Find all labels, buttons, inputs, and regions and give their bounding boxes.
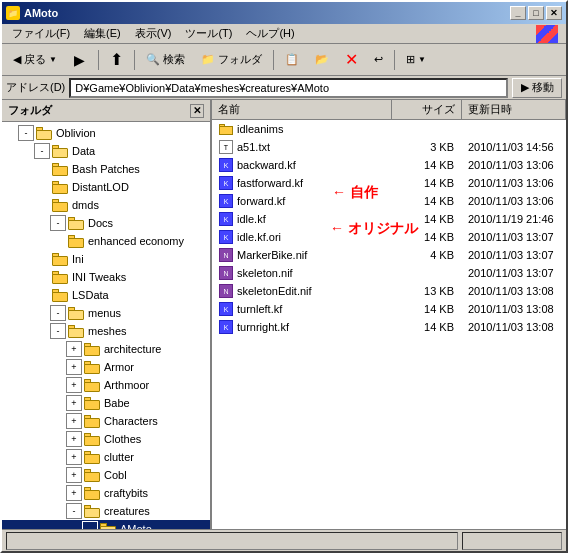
folders-label: フォルダ bbox=[218, 52, 262, 67]
move-to-button[interactable]: 📂 bbox=[308, 47, 336, 73]
col-header-name[interactable]: 名前 bbox=[212, 100, 392, 119]
tree-item-dmds[interactable]: dmds bbox=[2, 196, 210, 214]
toggle-clothes[interactable]: + bbox=[66, 431, 82, 447]
file-date-idlekfori: 2010/11/03 13:07 bbox=[462, 230, 566, 244]
tree-item-initweaks[interactable]: INI Tweaks bbox=[2, 268, 210, 286]
tree-item-ini[interactable]: Ini bbox=[2, 250, 210, 268]
toggle-amoto[interactable]: - bbox=[82, 521, 98, 529]
indent-2 bbox=[18, 305, 34, 321]
toggle-babe[interactable]: + bbox=[66, 395, 82, 411]
toggle-creatures[interactable]: - bbox=[66, 503, 82, 519]
toggle-cobl[interactable]: + bbox=[66, 467, 82, 483]
tree-item-enhancedeconomy[interactable]: enhanced economy bbox=[2, 232, 210, 250]
tree-item-bashpatches[interactable]: Bash Patches bbox=[2, 160, 210, 178]
file-date-fastforwardkf: 2010/11/03 13:06 bbox=[462, 176, 566, 190]
go-button[interactable]: ▶ 移動 bbox=[512, 78, 562, 98]
file-name-skeleton: N skeleton.nif bbox=[212, 265, 392, 281]
menu-edit[interactable]: 編集(E) bbox=[78, 24, 127, 43]
toggle-architecture[interactable]: + bbox=[66, 341, 82, 357]
file-size-idlekfori: 14 KB bbox=[392, 230, 462, 244]
menu-file[interactable]: ファイル(F) bbox=[6, 24, 76, 43]
file-row-idlekf[interactable]: K idle.kf 14 KB 2010/11/19 21:46 bbox=[212, 210, 566, 228]
toolbar: ◀ 戻る ▼ ▶ ⬆ 🔍 検索 📁 フォルダ 📋 📂 ✕ ↩ bbox=[2, 44, 566, 76]
tree-item-armor[interactable]: + Armor bbox=[2, 358, 210, 376]
tree-item-babe[interactable]: + Babe bbox=[2, 394, 210, 412]
indent-1 bbox=[2, 431, 18, 447]
maximize-button[interactable]: □ bbox=[528, 6, 544, 20]
address-input[interactable] bbox=[69, 78, 508, 98]
tree-item-characters[interactable]: + Characters bbox=[2, 412, 210, 430]
tree-item-craftybits[interactable]: + craftybits bbox=[2, 484, 210, 502]
tree-item-creatures[interactable]: - creatures bbox=[2, 502, 210, 520]
tree-item-data[interactable]: - Data bbox=[2, 142, 210, 160]
minimize-button[interactable]: _ bbox=[510, 6, 526, 20]
up-button[interactable]: ⬆ bbox=[103, 47, 130, 73]
tree-item-architecture[interactable]: + architecture bbox=[2, 340, 210, 358]
menu-tools[interactable]: ツール(T) bbox=[179, 24, 238, 43]
file-row-markerbike[interactable]: N MarkerBike.nif 4 KB 2010/11/03 13:07 bbox=[212, 246, 566, 264]
address-label: アドレス(D) bbox=[6, 80, 65, 95]
toggle-docs[interactable]: - bbox=[50, 215, 66, 231]
file-row-turnrightkf[interactable]: K turnright.kf 14 KB 2010/11/03 13:08 bbox=[212, 318, 566, 336]
tree-item-lsdata[interactable]: LSData bbox=[2, 286, 210, 304]
toggle-meshes[interactable]: - bbox=[50, 323, 66, 339]
views-dropdown-icon: ▼ bbox=[418, 55, 426, 64]
close-button[interactable]: ✕ bbox=[546, 6, 562, 20]
toggle-clutter[interactable]: + bbox=[66, 449, 82, 465]
folders-button[interactable]: 📁 フォルダ bbox=[194, 47, 269, 73]
views-button[interactable]: ⊞ ▼ bbox=[399, 47, 433, 73]
back-button[interactable]: ◀ 戻る ▼ bbox=[6, 47, 64, 73]
indent-2 bbox=[18, 197, 34, 213]
file-row-turnleftkf[interactable]: K turnleft.kf 14 KB 2010/11/03 13:08 bbox=[212, 300, 566, 318]
file-size-idlekf: 14 KB bbox=[392, 212, 462, 226]
tree-label-enhancedeconomy: enhanced economy bbox=[86, 235, 184, 247]
col-header-size[interactable]: サイズ bbox=[392, 100, 462, 119]
tree-item-clutter[interactable]: + clutter bbox=[2, 448, 210, 466]
tree-item-distantlod[interactable]: DistantLOD bbox=[2, 178, 210, 196]
file-row-skeletonedit[interactable]: N skeletonEdit.nif 13 KB 2010/11/03 13:0… bbox=[212, 282, 566, 300]
menu-view[interactable]: 表示(V) bbox=[129, 24, 178, 43]
toggle-craftybits[interactable]: + bbox=[66, 485, 82, 501]
forward-button[interactable]: ▶ bbox=[66, 47, 94, 73]
indent-4 bbox=[50, 233, 66, 249]
tree-item-amoto[interactable]: - AMoto bbox=[2, 520, 210, 529]
tree-item-docs[interactable]: - Docs bbox=[2, 214, 210, 232]
search-button[interactable]: 🔍 検索 bbox=[139, 47, 192, 73]
toggle-characters[interactable]: + bbox=[66, 413, 82, 429]
tree-item-menus[interactable]: - menus bbox=[2, 304, 210, 322]
toggle-data[interactable]: - bbox=[34, 143, 50, 159]
tree-item-meshes[interactable]: - meshes bbox=[2, 322, 210, 340]
tree-label-architecture: architecture bbox=[102, 343, 161, 355]
title-bar-left: 📁 AMoto bbox=[6, 6, 58, 20]
indent-3 bbox=[34, 215, 50, 231]
file-row-skeleton[interactable]: N skeleton.nif 2010/11/03 13:07 bbox=[212, 264, 566, 282]
folder-tree: - Oblivion - Data bbox=[2, 122, 210, 529]
undo-button[interactable]: ↩ bbox=[367, 47, 390, 73]
file-row-a51txt[interactable]: T a51.txt 3 KB 2010/11/03 14:56 bbox=[212, 138, 566, 156]
folder-icon-architecture bbox=[84, 342, 100, 356]
sidebar-close-button[interactable]: ✕ bbox=[190, 104, 204, 118]
file-row-idleanims[interactable]: idleanims bbox=[212, 120, 566, 138]
file-row-backwardkf[interactable]: K backward.kf 14 KB 2010/11/03 13:06 bbox=[212, 156, 566, 174]
indent-2 bbox=[18, 413, 34, 429]
toggle-armor[interactable]: + bbox=[66, 359, 82, 375]
file-row-forwardkf[interactable]: K forward.kf 14 KB 2010/11/03 13:06 bbox=[212, 192, 566, 210]
toggle-menus[interactable]: - bbox=[50, 305, 66, 321]
delete-button[interactable]: ✕ bbox=[338, 47, 365, 73]
file-date-skeleton: 2010/11/03 13:07 bbox=[462, 266, 566, 280]
tree-item-cobl[interactable]: + Cobl bbox=[2, 466, 210, 484]
tree-item-clothes[interactable]: + Clothes bbox=[2, 430, 210, 448]
toggle-oblivion[interactable]: - bbox=[18, 125, 34, 141]
back-dropdown-icon: ▼ bbox=[49, 55, 57, 64]
menu-help[interactable]: ヘルプ(H) bbox=[240, 24, 300, 43]
toggle-arthmoor[interactable]: + bbox=[66, 377, 82, 393]
indent-1 bbox=[2, 287, 18, 303]
tree-item-oblivion[interactable]: - Oblivion bbox=[2, 124, 210, 142]
indent-1 bbox=[2, 161, 18, 177]
content-area: 名前 サイズ 更新日時 idleanims bbox=[212, 100, 566, 529]
file-row-idlekfori[interactable]: K idle.kf.ori 14 KB 2010/11/03 13:07 bbox=[212, 228, 566, 246]
tree-item-arthmoor[interactable]: + Arthmoor bbox=[2, 376, 210, 394]
copy-to-button[interactable]: 📋 bbox=[278, 47, 306, 73]
file-row-fastforwardkf[interactable]: K fastforward.kf 14 KB 2010/11/03 13:06 bbox=[212, 174, 566, 192]
col-header-date[interactable]: 更新日時 bbox=[462, 100, 566, 119]
